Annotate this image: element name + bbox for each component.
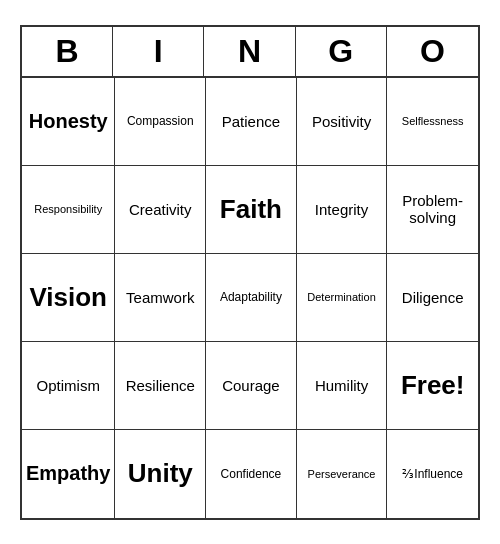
cell-text: Free! bbox=[401, 370, 465, 401]
cell-text: Humility bbox=[315, 377, 368, 394]
cell-text: Faith bbox=[220, 194, 282, 225]
cell-text: Honesty bbox=[29, 110, 108, 133]
header-letter: I bbox=[113, 27, 204, 76]
bingo-cell: Resilience bbox=[115, 342, 206, 430]
bingo-cell: Problem-solving bbox=[387, 166, 478, 254]
bingo-cell: Honesty bbox=[22, 78, 115, 166]
cell-text: Patience bbox=[222, 113, 280, 130]
bingo-cell: Humility bbox=[297, 342, 388, 430]
cell-text: Perseverance bbox=[308, 468, 376, 480]
bingo-cell: Selflessness bbox=[387, 78, 478, 166]
bingo-cell: Confidence bbox=[206, 430, 297, 518]
cell-text: Selflessness bbox=[402, 115, 464, 127]
header-letter: O bbox=[387, 27, 478, 76]
bingo-cell: Responsibility bbox=[22, 166, 115, 254]
bingo-cell: Diligence bbox=[387, 254, 478, 342]
cell-text: Resilience bbox=[126, 377, 195, 394]
bingo-cell: Free! bbox=[387, 342, 478, 430]
bingo-cell: Compassion bbox=[115, 78, 206, 166]
cell-text: Responsibility bbox=[34, 203, 102, 215]
bingo-card: BINGO HonestyCompassionPatiencePositivit… bbox=[20, 25, 480, 520]
cell-text: Teamwork bbox=[126, 289, 194, 306]
bingo-header: BINGO bbox=[22, 27, 478, 78]
bingo-cell: Positivity bbox=[297, 78, 388, 166]
bingo-cell: ⅔Influence bbox=[387, 430, 478, 518]
cell-text: Integrity bbox=[315, 201, 368, 218]
bingo-cell: Empathy bbox=[22, 430, 115, 518]
cell-text: Creativity bbox=[129, 201, 192, 218]
bingo-cell: Teamwork bbox=[115, 254, 206, 342]
cell-text: Empathy bbox=[26, 462, 110, 485]
cell-text: Determination bbox=[307, 291, 375, 303]
cell-text: Positivity bbox=[312, 113, 371, 130]
bingo-cell: Unity bbox=[115, 430, 206, 518]
bingo-cell: Vision bbox=[22, 254, 115, 342]
cell-text: Adaptability bbox=[220, 290, 282, 304]
cell-text: Vision bbox=[29, 282, 107, 313]
bingo-cell: Adaptability bbox=[206, 254, 297, 342]
header-letter: N bbox=[204, 27, 295, 76]
cell-text: Unity bbox=[128, 458, 193, 489]
bingo-cell: Faith bbox=[206, 166, 297, 254]
cell-text: Courage bbox=[222, 377, 280, 394]
cell-text: ⅔Influence bbox=[402, 467, 463, 481]
bingo-cell: Creativity bbox=[115, 166, 206, 254]
bingo-cell: Perseverance bbox=[297, 430, 388, 518]
cell-text: Optimism bbox=[37, 377, 100, 394]
cell-text: Compassion bbox=[127, 114, 194, 128]
cell-text: Diligence bbox=[402, 289, 464, 306]
bingo-cell: Courage bbox=[206, 342, 297, 430]
cell-text: Problem-solving bbox=[391, 192, 474, 226]
cell-text: Confidence bbox=[221, 467, 282, 481]
header-letter: G bbox=[296, 27, 387, 76]
bingo-grid: HonestyCompassionPatiencePositivitySelfl… bbox=[22, 78, 478, 518]
bingo-cell: Determination bbox=[297, 254, 388, 342]
bingo-cell: Integrity bbox=[297, 166, 388, 254]
bingo-cell: Patience bbox=[206, 78, 297, 166]
bingo-cell: Optimism bbox=[22, 342, 115, 430]
header-letter: B bbox=[22, 27, 113, 76]
